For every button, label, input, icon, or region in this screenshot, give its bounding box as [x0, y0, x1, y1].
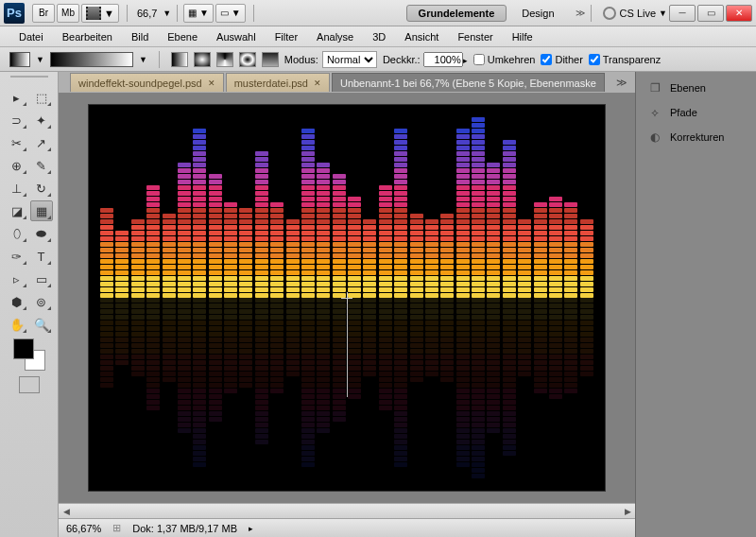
adjustments-icon: ◐: [647, 130, 662, 145]
deckkr-input[interactable]: [423, 52, 463, 67]
3d-camera-tool[interactable]: ⊚: [30, 291, 53, 312]
cslive-label: CS Live: [620, 8, 657, 19]
gradient-radial[interactable]: [194, 52, 211, 67]
paths-icon: ⟡: [647, 105, 662, 120]
tool-preset-icon[interactable]: [9, 52, 30, 67]
transparenz-label: Transparenz: [603, 54, 661, 65]
brush-tool[interactable]: ✎: [30, 155, 53, 176]
cslive-button[interactable]: CS Live ▼: [603, 7, 667, 20]
layers-icon: ❐: [647, 80, 662, 95]
close-icon[interactable]: ✕: [208, 78, 215, 88]
menu-analyse[interactable]: Analyse: [307, 29, 363, 44]
panel-korrekturen[interactable]: ◐ Korrekturen: [640, 125, 752, 149]
menu-hilfe[interactable]: Hilfe: [503, 29, 542, 44]
wand-tool[interactable]: ✦: [30, 110, 53, 130]
close-icon[interactable]: ✕: [314, 78, 321, 88]
gradient-angle[interactable]: [216, 52, 233, 67]
quickmask-button[interactable]: [19, 376, 40, 393]
history-brush-tool[interactable]: ↻: [30, 178, 53, 199]
lasso-tool[interactable]: ⊃: [6, 110, 28, 130]
gradient-drag-line: [347, 298, 348, 397]
crosshair-cursor: [341, 292, 352, 303]
gradient-tool[interactable]: ▦: [30, 200, 53, 221]
pen-tool[interactable]: ✑: [6, 246, 28, 267]
tools-panel: ▸ ⬚ ⊃ ✦ ✂ ↗ ⊕ ✎ ⊥ ↻ ◪ ▦ ⬯ ⬬ ✑ T ▹ ▭ ⬢ ⊚ …: [0, 72, 59, 537]
menubar: Datei Bearbeiten Bild Ebene Auswahl Filt…: [0, 26, 756, 47]
menu-filter[interactable]: Filter: [266, 29, 307, 44]
dodge-tool[interactable]: ⬬: [30, 223, 53, 244]
docs-button[interactable]: ▼: [81, 4, 119, 23]
heal-tool[interactable]: ⊕: [6, 155, 28, 176]
arrange-button[interactable]: ▦ ▼: [183, 4, 214, 23]
hand-tool[interactable]: ✋: [6, 314, 28, 335]
eraser-tool[interactable]: ◪: [6, 200, 28, 221]
doc-tab-label: Unbenannt-1 bei 66,7% (Ebene 5 Kopie, Eb…: [340, 78, 596, 89]
panel-ebenen[interactable]: ❐ Ebenen: [640, 76, 752, 100]
panel-grip[interactable]: [10, 76, 48, 83]
move-tool[interactable]: ▸: [6, 87, 28, 108]
doc-tab-1[interactable]: musterdatei.psd✕: [226, 73, 330, 92]
status-bar: 66,67% ⊞ Dok: 1,37 MB/9,17 MB ▸: [59, 518, 635, 537]
crop-tool[interactable]: ✂: [6, 132, 28, 153]
shape-tool[interactable]: ▭: [30, 268, 53, 289]
tabs-more[interactable]: ≫: [616, 77, 627, 89]
panel-label: Ebenen: [670, 82, 706, 94]
bridge-button[interactable]: Br: [32, 4, 55, 23]
modus-select[interactable]: Normal: [322, 51, 377, 68]
panel-label: Pfade: [670, 107, 697, 118]
stamp-tool[interactable]: ⊥: [6, 178, 28, 199]
menu-auswahl[interactable]: Auswahl: [207, 29, 266, 44]
gradient-diamond[interactable]: [262, 52, 279, 67]
workspace-more[interactable]: ≫: [576, 8, 585, 18]
type-tool[interactable]: T: [30, 246, 53, 267]
menu-ansicht[interactable]: Ansicht: [395, 29, 448, 44]
gradient-picker[interactable]: [50, 52, 133, 67]
doc-tab-label: musterdatei.psd: [234, 78, 308, 89]
eyedropper-tool[interactable]: ↗: [30, 132, 53, 153]
status-doc[interactable]: Dok: 1,37 MB/9,17 MB: [132, 523, 237, 534]
workspace-grundelemente[interactable]: Grundelemente: [406, 5, 507, 22]
menu-fenster[interactable]: Fenster: [448, 29, 502, 44]
marquee-tool[interactable]: ⬚: [30, 87, 53, 108]
3d-tool[interactable]: ⬢: [6, 291, 28, 312]
doc-tab-label: windeffekt-soundpegel.psd: [78, 78, 202, 89]
gradient-linear[interactable]: [171, 52, 188, 67]
umkehren-label: Umkehren: [488, 54, 536, 65]
document-tabs: windeffekt-soundpegel.psd✕ musterdatei.p…: [59, 72, 635, 93]
menu-datei[interactable]: Datei: [9, 29, 53, 44]
transparenz-checkbox[interactable]: [589, 54, 600, 65]
gradient-reflected[interactable]: [239, 52, 256, 67]
minimize-button[interactable]: ─: [669, 5, 696, 22]
panel-pfade[interactable]: ⟡ Pfade: [640, 100, 752, 125]
options-bar: ▼ ▼ Modus: Normal Deckkr.: ▸ Umkehren Di…: [0, 47, 756, 72]
deckkr-label: Deckkr.:: [383, 54, 421, 65]
app-logo: Ps: [4, 3, 25, 24]
menu-bild[interactable]: Bild: [122, 29, 158, 44]
doc-tab-0[interactable]: windeffekt-soundpegel.psd✕: [70, 73, 224, 92]
screen-mode-button[interactable]: ▭ ▼: [215, 4, 246, 23]
status-zoom[interactable]: 66,67%: [66, 523, 101, 534]
filmstrip-icon: [86, 7, 101, 20]
zoom-display[interactable]: 66,7: [137, 8, 157, 19]
close-button[interactable]: ✕: [726, 5, 752, 22]
color-swatches[interactable]: [13, 338, 45, 371]
zoom-tool[interactable]: 🔍: [30, 314, 53, 335]
doc-tab-2[interactable]: Unbenannt-1 bei 66,7% (Ebene 5 Kopie, Eb…: [332, 73, 605, 92]
scrollbar-h[interactable]: ◀▶: [59, 503, 635, 518]
canvas[interactable]: [89, 105, 605, 491]
maximize-button[interactable]: ▭: [697, 5, 724, 22]
minibridge-button[interactable]: Mb: [57, 4, 79, 23]
dither-checkbox[interactable]: [541, 54, 552, 65]
modus-label: Modus:: [284, 54, 318, 65]
menu-bearbeiten[interactable]: Bearbeiten: [53, 29, 122, 44]
blur-tool[interactable]: ⬯: [6, 223, 28, 244]
cslive-icon: [603, 7, 616, 20]
path-tool[interactable]: ▹: [6, 268, 28, 289]
workspace-design[interactable]: Design: [510, 6, 565, 21]
panel-dock: ❐ Ebenen ⟡ Pfade ◐ Korrekturen: [635, 72, 756, 537]
menu-ebene[interactable]: Ebene: [158, 29, 207, 44]
umkehren-checkbox[interactable]: [473, 54, 485, 65]
fg-color[interactable]: [13, 338, 34, 359]
menu-3d[interactable]: 3D: [363, 29, 395, 44]
dither-label: Dither: [555, 54, 582, 65]
